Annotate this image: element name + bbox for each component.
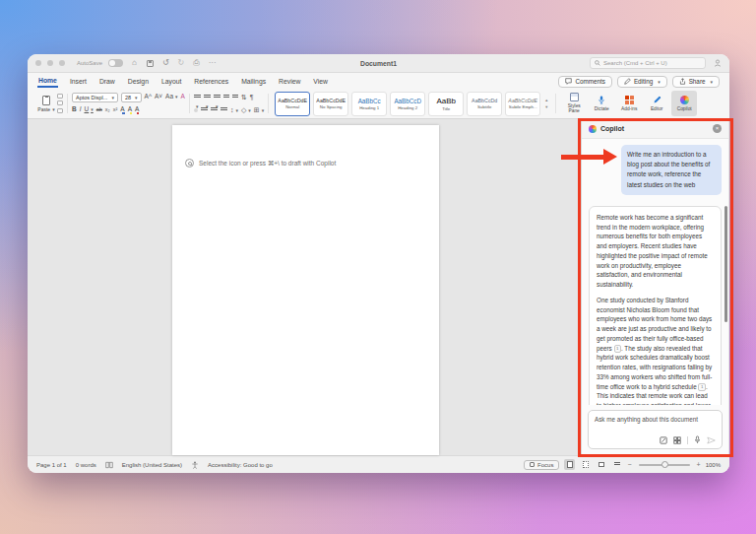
voice-input-icon[interactable] bbox=[694, 435, 701, 444]
tab-layout[interactable]: Layout bbox=[160, 76, 182, 87]
tab-design[interactable]: Design bbox=[127, 76, 150, 87]
change-case-button[interactable]: Aa bbox=[165, 94, 177, 100]
font-color-button[interactable]: A bbox=[135, 106, 139, 113]
print-layout-view-button[interactable] bbox=[564, 459, 575, 470]
underline-button[interactable]: U bbox=[85, 106, 94, 113]
copilot-ghost-icon[interactable] bbox=[185, 159, 194, 167]
style-heading2[interactable]: AaBbCcD Heading 2 bbox=[390, 92, 425, 116]
accessibility-status[interactable]: Accessibility: Good to go bbox=[208, 462, 273, 468]
show-paragraph-marks-icon[interactable]: ¶ bbox=[250, 94, 254, 100]
style-subtitle[interactable]: AaBbCcDd Subtitle bbox=[467, 92, 502, 116]
apps-grid-icon[interactable] bbox=[673, 436, 681, 444]
draft-view-button[interactable] bbox=[611, 459, 622, 470]
tab-draw[interactable]: Draw bbox=[98, 76, 116, 87]
focus-button[interactable]: Focus bbox=[524, 460, 559, 470]
minimize-window-button[interactable] bbox=[47, 60, 53, 66]
zoom-in-icon[interactable]: + bbox=[697, 461, 701, 468]
font-size-select[interactable]: 28 bbox=[121, 93, 142, 102]
tab-home[interactable]: Home bbox=[37, 75, 58, 88]
citation-badge[interactable]: 1 bbox=[614, 345, 621, 353]
superscript-button[interactable]: x² bbox=[113, 107, 118, 113]
numbering-icon[interactable] bbox=[204, 95, 211, 100]
add-ins-button[interactable]: Add-ins bbox=[616, 91, 642, 116]
zoom-level[interactable]: 100% bbox=[706, 462, 721, 468]
line-spacing-icon[interactable]: ↕ bbox=[230, 106, 238, 113]
zoom-window-button[interactable] bbox=[59, 60, 65, 66]
copilot-button[interactable]: Copilot bbox=[671, 91, 697, 116]
editing-mode-button[interactable]: Editing bbox=[617, 76, 667, 88]
scroll-down-icon[interactable]: ▼ bbox=[544, 104, 548, 109]
strikethrough-button[interactable]: ab bbox=[96, 107, 102, 113]
style-subtle-emphasis[interactable]: AaBbCcDdE Subtle Emph... bbox=[505, 92, 540, 116]
style-title[interactable]: AaBb Title bbox=[428, 92, 464, 116]
styles-pane-button[interactable]: Styles Pane bbox=[561, 91, 587, 116]
style-heading1[interactable]: AaBbCc Heading 1 bbox=[351, 92, 387, 116]
clear-formatting-button[interactable]: A bbox=[181, 94, 185, 100]
copilot-draft-hint[interactable]: Select the icon or press ⌘+\ to draft wi… bbox=[185, 159, 336, 167]
align-right-button[interactable] bbox=[211, 107, 218, 113]
zoom-out-icon[interactable]: − bbox=[627, 461, 631, 468]
copilot-scrollbar[interactable] bbox=[724, 206, 727, 322]
prompt-guide-icon[interactable] bbox=[660, 436, 667, 444]
tab-view[interactable]: View bbox=[312, 76, 329, 87]
grow-font-button[interactable]: A^ bbox=[145, 94, 152, 100]
outline-view-button[interactable] bbox=[596, 459, 606, 470]
cut-icon[interactable] bbox=[57, 94, 63, 99]
style-normal[interactable]: AaBbCcDdE Normal bbox=[275, 92, 310, 116]
italic-button[interactable]: I bbox=[80, 106, 82, 113]
decrease-indent-icon[interactable] bbox=[223, 95, 229, 100]
share-button[interactable]: Share bbox=[672, 76, 720, 88]
tab-references[interactable]: References bbox=[193, 76, 229, 87]
redo-icon[interactable]: ↻ bbox=[178, 59, 185, 67]
comments-button[interactable]: Comments bbox=[558, 76, 611, 88]
undo-icon[interactable]: ↺ bbox=[162, 59, 169, 67]
web-layout-view-button[interactable] bbox=[580, 459, 591, 470]
editor-button[interactable]: Editor bbox=[644, 91, 669, 116]
zoom-slider[interactable] bbox=[639, 464, 690, 466]
align-left-button[interactable] bbox=[194, 108, 198, 112]
language-status[interactable]: English (United States) bbox=[122, 462, 182, 468]
more-commands-icon[interactable]: ··· bbox=[209, 59, 217, 67]
copilot-input-box[interactable]: Ask me anything about this document bbox=[588, 410, 723, 449]
text-effects-button[interactable]: A bbox=[120, 106, 124, 113]
profile-icon[interactable] bbox=[714, 59, 722, 67]
style-sample: AaBbCcDdE bbox=[278, 98, 307, 103]
proofing-icon[interactable] bbox=[105, 461, 113, 469]
justify-button[interactable] bbox=[220, 107, 227, 113]
dictate-button[interactable]: Dictate bbox=[589, 91, 614, 116]
style-gallery-scroll[interactable]: ▲▼ bbox=[543, 98, 549, 109]
close-icon[interactable]: × bbox=[713, 124, 722, 133]
document-page[interactable]: Select the icon or press ⌘+\ to draft wi… bbox=[172, 125, 439, 455]
subscript-button[interactable]: x₂ bbox=[105, 107, 110, 113]
borders-icon[interactable]: ⊞ bbox=[254, 106, 264, 113]
multilevel-list-icon[interactable] bbox=[214, 95, 220, 100]
increase-indent-icon[interactable] bbox=[232, 95, 238, 100]
tab-insert[interactable]: Insert bbox=[69, 76, 88, 87]
home-icon[interactable]: ⌂ bbox=[132, 59, 137, 67]
copy-icon[interactable] bbox=[57, 100, 63, 105]
zoom-slider-knob[interactable] bbox=[662, 461, 668, 468]
send-icon[interactable] bbox=[707, 436, 716, 444]
format-painter-icon[interactable] bbox=[57, 108, 63, 113]
bullets-icon[interactable] bbox=[194, 95, 201, 100]
bold-button[interactable]: B bbox=[72, 106, 77, 113]
paste-button[interactable]: Paste bbox=[35, 91, 57, 116]
sort-icon[interactable]: ⇅ bbox=[241, 94, 247, 100]
search-input[interactable]: Search (Cmd + Ctrl + U) bbox=[590, 57, 706, 69]
close-window-button[interactable] bbox=[35, 60, 41, 66]
align-center-button[interactable] bbox=[201, 107, 208, 113]
shading-icon[interactable]: ◇ bbox=[241, 106, 251, 113]
print-icon[interactable]: ⎙ bbox=[193, 59, 199, 67]
font-name-select[interactable]: Aptos Displ... bbox=[72, 93, 118, 102]
style-no-spacing[interactable]: AaBbCcDdE No Spacing bbox=[313, 92, 348, 116]
autosave-toggle[interactable] bbox=[108, 59, 123, 67]
page-count[interactable]: Page 1 of 1 bbox=[36, 462, 67, 468]
citation-badge[interactable]: 1 bbox=[698, 383, 705, 391]
save-icon[interactable] bbox=[147, 60, 154, 67]
tab-review[interactable]: Review bbox=[278, 76, 301, 87]
shrink-font-button[interactable]: A˅ bbox=[155, 94, 162, 100]
tab-mailings[interactable]: Mailings bbox=[240, 76, 267, 87]
scroll-up-icon[interactable]: ▲ bbox=[544, 98, 548, 102]
highlight-color-button[interactable]: A bbox=[128, 106, 132, 113]
word-count[interactable]: 0 words bbox=[76, 462, 96, 468]
